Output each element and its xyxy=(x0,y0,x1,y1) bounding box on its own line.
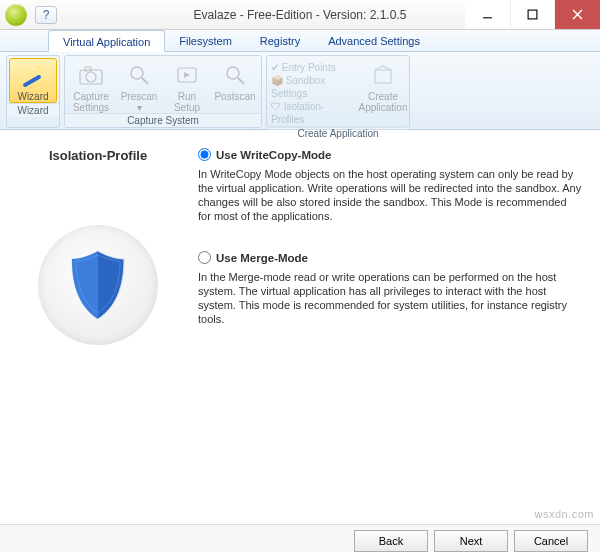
maximize-button[interactable] xyxy=(510,0,555,29)
prescan-label: Prescan ▾ xyxy=(117,91,161,113)
shield-illustration xyxy=(38,225,158,345)
shield-icon xyxy=(68,249,128,321)
svg-point-15 xyxy=(227,67,239,79)
svg-line-16 xyxy=(238,78,244,84)
back-button[interactable]: Back xyxy=(354,530,428,552)
svg-rect-17 xyxy=(375,70,391,83)
svg-point-9 xyxy=(86,72,96,82)
option-writecopy: Use WriteCopy-Mode In WriteCopy Mode obj… xyxy=(198,148,582,223)
window-controls xyxy=(465,0,600,29)
svg-marker-14 xyxy=(184,72,190,78)
magnifier-check-icon xyxy=(220,61,250,89)
tab-virtual-application[interactable]: Virtual Application xyxy=(48,30,165,52)
run-setup-button[interactable]: Run Setup xyxy=(163,58,211,113)
ribbon-tabs: Virtual Application Filesystem Registry … xyxy=(0,30,600,52)
svg-rect-4 xyxy=(22,74,41,87)
ribbon-group-wizard: Wizard Wizard xyxy=(6,55,60,128)
wizard-footer: Back Next Cancel xyxy=(0,524,600,552)
capture-settings-button[interactable]: Capture Settings xyxy=(67,58,115,113)
prescan-button[interactable]: Prescan ▾ xyxy=(115,58,163,113)
ribbon-group-capture: Capture Settings Prescan ▾ Run Setup Pos… xyxy=(64,55,262,128)
isolation-profiles-item[interactable]: 🛡 Isolation-Profiles xyxy=(271,100,357,126)
ribbon-group-create: ✔ Entry Points 📦 Sandbox Settings 🛡 Isol… xyxy=(266,55,410,128)
camera-icon xyxy=(76,61,106,89)
wizard-button[interactable]: Wizard xyxy=(9,58,57,103)
content-area: Isolation-Profile Use WriteCopy-Mode In … xyxy=(0,130,600,510)
ribbon: Wizard Wizard Capture Settings Prescan ▾… xyxy=(0,52,600,130)
option-merge: Use Merge-Mode In the Merge-mode read or… xyxy=(198,251,582,326)
wizard-wand-icon xyxy=(18,61,48,89)
create-list: ✔ Entry Points 📦 Sandbox Settings 🛡 Isol… xyxy=(269,58,359,126)
capture-settings-label: Capture Settings xyxy=(69,91,113,113)
svg-point-6 xyxy=(42,70,44,72)
merge-description: In the Merge-mode read or write operatio… xyxy=(198,270,582,326)
sandbox-settings-item[interactable]: 📦 Sandbox Settings xyxy=(271,74,357,100)
svg-line-12 xyxy=(142,78,148,84)
next-button[interactable]: Next xyxy=(434,530,508,552)
svg-point-11 xyxy=(131,67,143,79)
minimize-button[interactable] xyxy=(465,0,510,29)
postscan-button[interactable]: Postscan xyxy=(211,58,259,113)
tab-registry[interactable]: Registry xyxy=(246,30,314,51)
section-title: Isolation-Profile xyxy=(49,148,147,163)
tab-advanced-settings[interactable]: Advanced Settings xyxy=(314,30,434,51)
wizard-button-label: Wizard xyxy=(17,91,48,102)
wizard-group-label: Wizard xyxy=(7,103,59,117)
titlebar: ? Evalaze - Free-Edition - Version: 2.1.… xyxy=(0,0,600,30)
entry-points-item[interactable]: ✔ Entry Points xyxy=(271,61,357,74)
run-icon xyxy=(172,61,202,89)
tab-filesystem[interactable]: Filesystem xyxy=(165,30,246,51)
cancel-button[interactable]: Cancel xyxy=(514,530,588,552)
run-setup-label: Run Setup xyxy=(165,91,209,113)
postscan-label: Postscan xyxy=(214,91,255,102)
create-group-label: Create Application xyxy=(267,126,409,140)
svg-point-5 xyxy=(38,66,41,69)
create-application-label: Create Application xyxy=(359,91,408,113)
svg-point-7 xyxy=(35,71,37,73)
package-icon xyxy=(368,61,398,89)
app-orb-icon[interactable] xyxy=(5,4,27,26)
radio-merge[interactable] xyxy=(198,251,211,264)
radio-merge-label[interactable]: Use Merge-Mode xyxy=(216,252,308,264)
capture-group-label: Capture System xyxy=(65,113,261,127)
watermark: wsxdn.com xyxy=(534,508,594,520)
close-button[interactable] xyxy=(555,0,600,29)
writecopy-description: In WriteCopy Mode objects on the host op… xyxy=(198,167,582,223)
radio-writecopy-label[interactable]: Use WriteCopy-Mode xyxy=(216,149,331,161)
svg-rect-1 xyxy=(528,10,537,19)
radio-writecopy[interactable] xyxy=(198,148,211,161)
create-application-button[interactable]: Create Application xyxy=(359,58,407,126)
help-button[interactable]: ? xyxy=(35,6,57,24)
magnifier-icon xyxy=(124,61,154,89)
